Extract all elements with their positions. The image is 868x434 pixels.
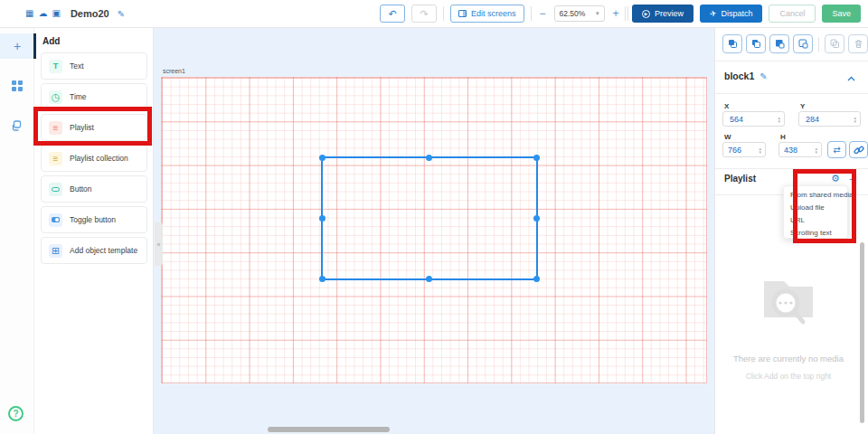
panel-collapse-handle[interactable]: « (155, 222, 163, 266)
redo-button[interactable]: ↷ (411, 5, 437, 23)
send-backward-button[interactable] (746, 34, 766, 53)
playlist-icon: ≡ (49, 121, 62, 135)
add-item-object-template[interactable]: ⊞ Add object template (41, 237, 147, 264)
resize-handle-e[interactable] (533, 215, 540, 222)
add-item-text[interactable]: T Text (41, 52, 147, 80)
add-item-playlist-collection[interactable]: ≡ Playlist collection (41, 145, 147, 172)
w-input-field[interactable] (728, 146, 750, 155)
resize-handle-sw[interactable] (319, 276, 326, 282)
empty-media-state: There are currently no media Click Add o… (715, 274, 862, 381)
bring-to-front-button[interactable] (769, 34, 789, 53)
time-icon: ◷ (49, 90, 62, 104)
app-screen-icon[interactable]: ▣ (52, 9, 60, 18)
link-dimensions-button[interactable] (849, 141, 868, 158)
x-input[interactable]: ▴▾ (722, 111, 785, 127)
no-media-icon (757, 274, 820, 330)
divider (715, 61, 868, 61)
send-icon: ✈ (709, 8, 717, 18)
help-button[interactable]: ? (8, 406, 24, 421)
divider (715, 168, 868, 169)
swap-dimensions-button[interactable]: ⇄ (827, 141, 846, 158)
button-icon (49, 183, 62, 196)
menu-item-from-shared-media[interactable]: From shared media (784, 188, 847, 201)
rename-project-icon[interactable]: ✎ (118, 9, 125, 19)
duplicate-button[interactable] (825, 34, 844, 53)
selected-block[interactable] (321, 156, 538, 280)
w-input[interactable]: ▴▾ (722, 142, 766, 157)
add-item-label: Add object template (70, 246, 137, 255)
dispatch-button[interactable]: ✈ Dispatch (700, 5, 763, 23)
preview-label: Preview (655, 9, 684, 18)
edit-screens-button[interactable]: Edit screens (450, 5, 524, 23)
y-input-field[interactable] (806, 115, 836, 124)
app-cloud-icon[interactable]: ☁ (38, 9, 47, 18)
y-input[interactable]: ▴▾ (798, 111, 861, 127)
resize-handle-ne[interactable] (533, 155, 540, 161)
add-item-label: Time (70, 92, 87, 101)
add-item-playlist[interactable]: ≡ Playlist (41, 114, 147, 141)
playlist-settings-icon[interactable]: ⚙ (831, 173, 840, 184)
h-field-label: H (780, 133, 786, 141)
properties-panel: block1 ✎ X ▴▾ Y ▴▾ W ▴▾ H ▴▾ ⇄ Playlist … (714, 28, 868, 434)
x-input-field[interactable] (730, 115, 760, 124)
delete-button[interactable] (848, 34, 868, 53)
stepper-icon[interactable]: ▴▾ (854, 116, 856, 123)
rename-block-icon[interactable]: ✎ (760, 71, 767, 81)
screens-icon (458, 10, 467, 17)
add-panel: Add T Text ◷ Time ≡ Playlist ≡ Playlist … (34, 28, 154, 434)
h-input[interactable]: ▴▾ (778, 142, 822, 157)
w-field-label: W (724, 133, 731, 141)
menu-item-url[interactable]: URL (784, 213, 847, 226)
add-item-label: Playlist collection (70, 154, 128, 163)
resize-handle-w[interactable] (319, 215, 326, 222)
editor-canvas[interactable]: screen1 « (154, 28, 714, 434)
stepper-icon[interactable]: ▴▾ (778, 116, 780, 123)
menu-item-upload-file[interactable]: Upload file (784, 201, 847, 213)
undo-button[interactable]: ↶ (380, 5, 405, 23)
cancel-button[interactable]: Cancel (769, 5, 816, 23)
resize-handle-n[interactable] (426, 155, 432, 161)
project-title: Demo20 (71, 8, 109, 19)
active-tab-indicator (33, 33, 36, 59)
layers-icon (12, 120, 23, 131)
bring-forward-button[interactable] (722, 34, 742, 53)
block-name-label: block1 (724, 71, 754, 81)
h-input-field[interactable] (784, 146, 806, 155)
grid-icon (12, 80, 23, 91)
add-item-toggle-button[interactable]: Toggle button (41, 206, 147, 233)
zoom-in-button[interactable]: + (611, 7, 621, 20)
playlist-add-button[interactable]: + (849, 173, 856, 186)
divider (715, 93, 868, 94)
menu-item-scrolling-text[interactable]: Scrolling text (784, 226, 847, 239)
add-item-time[interactable]: ◷ Time (41, 83, 147, 110)
add-item-button[interactable]: Button (41, 175, 147, 203)
preview-button[interactable]: ▶ Preview (632, 5, 693, 23)
empty-media-title: There are currently no media (715, 354, 862, 363)
x-field-label: X (724, 102, 729, 110)
add-item-label: Text (70, 61, 84, 71)
vertical-scrollbar[interactable] (860, 242, 864, 423)
rail-widgets-tab[interactable] (0, 73, 34, 99)
resize-handle-s[interactable] (426, 276, 432, 282)
y-field-label: Y (800, 102, 805, 110)
divider (531, 6, 532, 21)
stepper-icon[interactable]: ▴▾ (815, 146, 817, 154)
add-object-template-icon: ⊞ (49, 244, 62, 258)
rail-layers-tab[interactable] (0, 113, 34, 138)
zoom-out-button[interactable]: − (538, 7, 548, 20)
playlist-section-title: Playlist (724, 174, 756, 184)
zoom-level-select[interactable]: 62.50% ▾ (554, 5, 605, 22)
add-item-label: Playlist (70, 123, 94, 132)
rail-add-tab[interactable]: + (0, 33, 34, 59)
layer-toolbar (722, 34, 868, 53)
app-grid-icon[interactable]: ▦ (25, 9, 33, 18)
dispatch-label: Dispatch (721, 9, 752, 18)
stepper-icon[interactable]: ▴▾ (759, 146, 761, 154)
save-button[interactable]: Save (822, 5, 861, 23)
collapse-section-button[interactable] (847, 74, 855, 83)
horizontal-scrollbar[interactable] (268, 427, 390, 432)
resize-handle-nw[interactable] (319, 155, 326, 161)
resize-handle-se[interactable] (533, 276, 540, 282)
text-icon: T (49, 60, 62, 73)
send-to-back-button[interactable] (793, 34, 813, 53)
